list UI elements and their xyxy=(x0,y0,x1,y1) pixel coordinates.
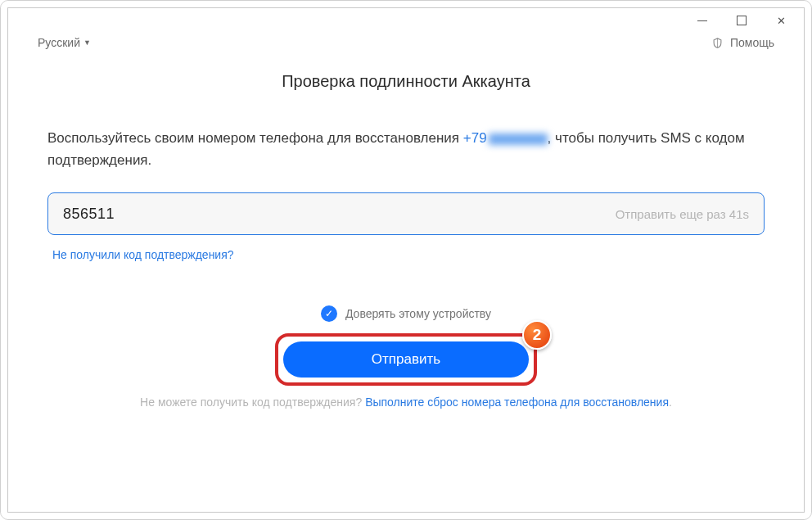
chevron-down-icon: ▼ xyxy=(83,38,91,47)
close-button[interactable] xyxy=(765,11,797,30)
language-label: Русский xyxy=(38,36,80,49)
submit-highlight-annotation: Отправить xyxy=(275,333,537,386)
phone-blur xyxy=(489,133,548,145)
verification-code-input[interactable] xyxy=(63,206,616,223)
resend-countdown: Отправить еще раз 41s xyxy=(616,207,749,221)
reset-phone-row: Не можете получить код подтверждения? Вы… xyxy=(140,396,672,409)
submit-button-label: Отправить xyxy=(372,351,440,368)
checkmark-icon: ✓ xyxy=(321,305,337,322)
window-titlebar xyxy=(8,8,804,33)
instruction-pre: Воспользуйтесь своим номером телефона дл… xyxy=(47,130,463,146)
submit-button[interactable]: Отправить xyxy=(283,341,529,378)
maximize-button[interactable] xyxy=(725,11,758,30)
step-badge: 2 xyxy=(522,320,552,350)
trust-device-label: Доверять этому устройству xyxy=(345,307,491,320)
verification-code-field[interactable]: Отправить еще раз 41s xyxy=(47,192,765,235)
recovery-phone: +79 xyxy=(463,130,487,146)
help-label: Помощь xyxy=(730,36,774,49)
reset-prompt: Не можете получить код подтверждения? xyxy=(140,396,365,409)
submit-wrapper: Отправить 2 xyxy=(275,333,537,386)
trust-device-row[interactable]: ✓ Доверять этому устройству xyxy=(321,305,491,322)
reset-dot: . xyxy=(669,396,672,409)
shield-icon xyxy=(711,37,724,49)
page-title: Проверка подлинности Аккаунта xyxy=(282,72,530,91)
main-content: Проверка подлинности Аккаунта Воспользуй… xyxy=(8,49,804,512)
app-window: Русский ▼ Помощь Проверка подлинности Ак… xyxy=(7,7,805,513)
help-link[interactable]: Помощь xyxy=(711,36,774,49)
not-received-link[interactable]: Не получили код подтверждения? xyxy=(47,248,234,261)
language-selector[interactable]: Русский ▼ xyxy=(38,36,91,49)
top-bar: Русский ▼ Помощь xyxy=(8,33,804,49)
minimize-button[interactable] xyxy=(686,11,719,30)
instruction-text: Воспользуйтесь своим номером телефона дл… xyxy=(47,127,765,171)
reset-phone-link[interactable]: Выполните сброс номера телефона для восс… xyxy=(365,396,669,409)
